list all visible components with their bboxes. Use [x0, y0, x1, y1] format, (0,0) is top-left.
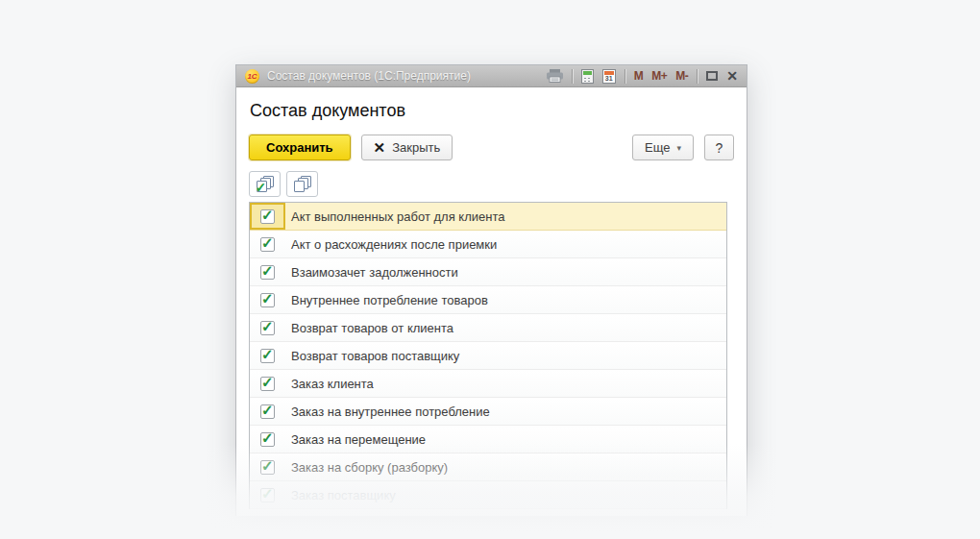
calendar-icon: 31 — [602, 69, 616, 84]
list-item[interactable]: Заказ клиента — [250, 370, 726, 398]
list-item-label: Акт о расхождениях после приемки — [285, 231, 497, 257]
checkbox-cell — [250, 342, 285, 369]
form-content: Состав документов Сохранить ✕ Закрыть Ещ… — [236, 87, 747, 516]
checkbox-cell — [250, 286, 285, 313]
more-button[interactable]: Еще ▾ — [632, 135, 694, 160]
titlebar-icons: 31 M M+ M- ✕ — [547, 69, 738, 84]
memory-minus-button[interactable]: M- — [675, 69, 688, 83]
page-title: Состав документов — [250, 101, 734, 121]
memory-plus-button[interactable]: M+ — [651, 69, 667, 83]
window-title: Состав документов (1С:Предприятие) — [267, 69, 471, 83]
window-titlebar[interactable]: 1С Состав документов (1С:Предприятие) 31 — [236, 65, 747, 87]
calculator-button[interactable] — [581, 69, 594, 84]
maximize-icon — [706, 71, 718, 81]
list-item-label: Заказ на перемещение — [285, 426, 426, 453]
1c-logo-icon: 1С — [245, 69, 259, 84]
list-item[interactable]: Заказ на сборку (разборку) — [250, 453, 726, 481]
print-button[interactable] — [547, 69, 563, 83]
titlebar-separator — [625, 69, 625, 84]
checkbox-cell — [250, 453, 285, 480]
printer-icon — [547, 69, 563, 83]
list-item-label: Заказ клиента — [285, 370, 374, 397]
chevron-down-icon: ▾ — [676, 143, 681, 153]
checkbox-cell — [250, 203, 285, 230]
list-toolbar: ✓ — [249, 171, 734, 197]
checkbox[interactable] — [260, 349, 275, 363]
list-item[interactable]: Внутреннее потребление товаров — [250, 286, 726, 314]
close-button-label: Закрыть — [392, 140, 440, 155]
list-item-label: Заказ на внутреннее потребление — [285, 398, 490, 425]
list-item[interactable]: Возврат товаров от клиента — [250, 314, 726, 342]
checkbox[interactable] — [260, 237, 275, 252]
memory-recall-button[interactable]: M — [634, 69, 644, 83]
list-item-label: Акт выполненных работ для клиента — [285, 203, 504, 230]
list-item-label: Взаимозачет задолженности — [285, 258, 458, 285]
titlebar-separator — [572, 69, 573, 84]
help-button[interactable]: ? — [704, 135, 734, 160]
uncheck-all-button[interactable] — [286, 171, 318, 197]
checkbox[interactable] — [260, 265, 275, 280]
list-item[interactable]: Акт выполненных работ для клиента — [250, 203, 726, 231]
checkbox-cell — [250, 481, 285, 508]
close-window-button[interactable]: ✕ — [726, 69, 738, 83]
calendar-button[interactable]: 31 — [602, 69, 616, 84]
list-item[interactable]: Заказ на внутреннее потребление — [250, 398, 726, 426]
checkbox[interactable] — [260, 432, 275, 447]
check-all-button[interactable]: ✓ — [249, 171, 281, 197]
checkbox-cell — [250, 231, 285, 257]
more-button-label: Еще — [645, 140, 670, 155]
list-item-label: Внутреннее потребление товаров — [285, 286, 488, 313]
calculator-icon — [581, 69, 594, 84]
list-item[interactable]: Акт о расхождениях после приемки — [250, 231, 726, 258]
command-bar: Сохранить ✕ Закрыть Еще ▾ ? — [249, 135, 734, 160]
close-button[interactable]: ✕ Закрыть — [361, 135, 453, 160]
list-item[interactable]: Заказ поставщику — [250, 481, 726, 509]
checkbox-cell — [250, 398, 285, 425]
list-item[interactable]: Взаимозачет задолженности — [250, 258, 726, 286]
checkbox-cell — [250, 370, 285, 397]
uncheck-all-icon — [294, 176, 311, 192]
checkbox[interactable] — [260, 209, 275, 224]
checkbox[interactable] — [260, 321, 275, 335]
list-item-label: Возврат товаров поставщику — [285, 342, 459, 369]
checkbox[interactable] — [260, 404, 275, 419]
list-item[interactable]: Возврат товаров поставщику — [250, 342, 726, 370]
checkbox[interactable] — [260, 488, 275, 502]
checkbox[interactable] — [260, 293, 275, 307]
save-button[interactable]: Сохранить — [249, 135, 351, 160]
document-list: Акт выполненных работ для клиента Акт о … — [249, 202, 727, 509]
list-item[interactable]: Заказ на перемещение — [250, 426, 726, 453]
close-x-icon: ✕ — [374, 140, 386, 155]
checkbox-cell — [250, 314, 285, 341]
list-item-label: Заказ на сборку (разборку) — [285, 453, 448, 480]
close-icon: ✕ — [726, 69, 738, 83]
checkbox-cell — [250, 426, 285, 453]
titlebar-separator — [697, 69, 698, 84]
check-all-icon: ✓ — [257, 176, 274, 192]
checkbox-cell — [250, 258, 285, 285]
checkbox[interactable] — [260, 377, 275, 391]
list-item-label: Возврат товаров от клиента — [285, 314, 453, 341]
maximize-button[interactable] — [706, 71, 718, 81]
document-composition-window: 1С Состав документов (1С:Предприятие) 31 — [235, 64, 747, 516]
checkbox[interactable] — [260, 460, 275, 475]
list-item-label: Заказ поставщику — [285, 481, 396, 508]
